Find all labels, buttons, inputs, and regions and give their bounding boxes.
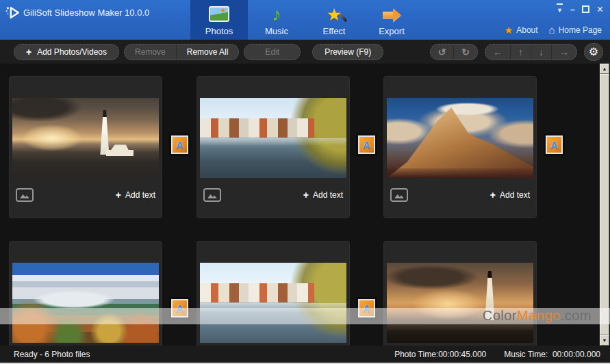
tab-music-label: Music (265, 26, 288, 36)
slide-grid: + Add text + Add text (0, 64, 610, 346)
status-bar: Ready - 6 Photo files Photo Time:00:00:4… (0, 346, 610, 364)
picture-icon (16, 188, 34, 202)
tab-effect-label: Effect (322, 26, 345, 36)
transition-icon-1[interactable]: A (171, 135, 188, 154)
gear-icon: ⚙ (589, 47, 598, 57)
magic-wand-star-icon: ★ (327, 5, 342, 24)
move-left-icon[interactable]: ← (485, 44, 510, 60)
slide-card-3[interactable]: + Add text (383, 76, 537, 218)
photo-time: Photo Time:00:00:45.000 (394, 350, 486, 359)
transition-letter: A (550, 140, 557, 151)
move-down-icon[interactable]: ↓ (531, 44, 551, 60)
transition-letter: A (363, 140, 370, 151)
vertical-scrollbar[interactable]: ▲ ▼ (600, 64, 609, 346)
minimize-icon[interactable]: – (570, 5, 574, 14)
add-photos-videos-button[interactable]: + Add Photos/Videos (14, 44, 119, 60)
title-bar: GiliSoft Slideshow Maker 10.0.0 Photos ♪… (0, 0, 610, 40)
main-nav-tabs: Photos ♪ Music ★ Effect Export (190, 0, 420, 40)
app-logo-icon (5, 4, 22, 24)
header-links: ★ About ⌂ Home Page (505, 24, 602, 36)
window-title: GiliSoft Slideshow Maker 10.0.0 (23, 8, 149, 18)
plus-icon: + (303, 190, 309, 200)
slide-photo-mountain-cloud (387, 98, 533, 178)
watermark-part3: .com (561, 308, 592, 323)
tab-photos[interactable]: Photos (190, 0, 248, 40)
add-text-button[interactable]: + Add text (490, 190, 530, 202)
reorder-button-group: ← ↑ ↓ → (485, 44, 577, 60)
slide-photo-lighthouse-golden (387, 263, 533, 343)
toolbar-right-group: ↺ ↻ ← ↑ ↓ → ⚙ (430, 43, 603, 61)
scroll-up-icon[interactable]: ▲ (600, 64, 609, 74)
home-icon: ⌂ (549, 24, 555, 36)
remove-button-group: Remove Remove All (124, 44, 239, 60)
tab-export[interactable]: Export (363, 0, 420, 40)
add-text-button[interactable]: + Add text (303, 190, 343, 202)
slide-photo-canal-town-bright (200, 263, 346, 343)
watermark: ColorMango.com (0, 308, 610, 324)
slide-card-4[interactable] (9, 241, 162, 346)
add-text-button[interactable]: + Add text (116, 190, 155, 202)
card-footer: + Add text (197, 188, 349, 202)
window-menu-icon[interactable]: ▼ (557, 3, 563, 15)
export-arrow-icon (383, 8, 401, 22)
music-note-icon: ♪ (272, 5, 281, 24)
status-message: Ready - 6 Photo files (14, 350, 90, 359)
rotate-right-icon[interactable]: ↻ (453, 44, 477, 60)
tab-effect[interactable]: ★ Effect (305, 0, 363, 40)
transition-icon-3[interactable]: A (546, 135, 563, 154)
watermark-part1: Color (483, 308, 517, 323)
toolbar: + Add Photos/Videos Remove Remove All Ed… (0, 40, 610, 64)
scroll-down-icon[interactable]: ▼ (600, 335, 609, 346)
window-controls: ▼ – × (557, 3, 603, 15)
slide-photo-lighthouse-sunset (12, 98, 159, 178)
remove-all-button[interactable]: Remove All (176, 44, 239, 60)
settings-button[interactable]: ⚙ (584, 43, 603, 61)
add-text-label: Add text (500, 190, 530, 200)
add-text-label: Add text (313, 190, 343, 200)
card-footer: + Add text (10, 188, 162, 202)
picture-icon (390, 188, 408, 202)
rotate-button-group: ↺ ↻ (430, 44, 478, 60)
transition-letter: A (176, 140, 183, 151)
slide-card-5[interactable] (196, 241, 350, 346)
preview-button[interactable]: Preview (F9) (312, 44, 383, 60)
tab-photos-label: Photos (205, 26, 233, 36)
tab-export-label: Export (379, 26, 405, 36)
add-photos-videos-label: Add Photos/Videos (37, 47, 107, 57)
scrollbar-thumb[interactable] (600, 74, 609, 335)
home-page-label: Home Page (559, 25, 602, 35)
transition-icon-2[interactable]: A (358, 135, 375, 154)
remove-button[interactable]: Remove (125, 44, 176, 60)
tab-music[interactable]: ♪ Music (248, 0, 305, 40)
time-info: Photo Time:00:00:45.000 Music Time: 00:0… (394, 350, 600, 359)
music-time: Music Time: 00:00:00.000 (504, 350, 600, 359)
slide-card-2[interactable]: + Add text (196, 76, 350, 218)
app-window: GiliSoft Slideshow Maker 10.0.0 Photos ♪… (0, 0, 610, 364)
watermark-part2: Mango (517, 308, 561, 323)
about-link[interactable]: ★ About (505, 25, 538, 36)
plus-icon: + (490, 190, 496, 200)
picture-icon (203, 188, 221, 202)
add-text-label: Add text (125, 190, 155, 200)
slide-card-6[interactable] (383, 241, 537, 346)
slide-card-1[interactable]: + Add text (9, 76, 162, 218)
plus-icon: + (116, 190, 121, 200)
photos-icon (209, 6, 229, 22)
home-page-link[interactable]: ⌂ Home Page (549, 24, 602, 36)
maximize-icon[interactable] (582, 5, 589, 13)
move-right-icon[interactable]: → (551, 44, 576, 60)
rotate-left-icon[interactable]: ↺ (431, 44, 454, 60)
slide-photo-autumn-mountains (12, 263, 159, 343)
card-footer: + Add text (384, 188, 536, 202)
about-star-icon: ★ (505, 25, 513, 36)
close-icon[interactable]: × (597, 5, 603, 14)
about-label: About (516, 25, 537, 35)
move-up-icon[interactable]: ↑ (510, 44, 531, 60)
edit-button[interactable]: Edit (244, 44, 301, 60)
slide-photo-canal-town (200, 98, 346, 178)
plus-icon: + (26, 47, 31, 57)
